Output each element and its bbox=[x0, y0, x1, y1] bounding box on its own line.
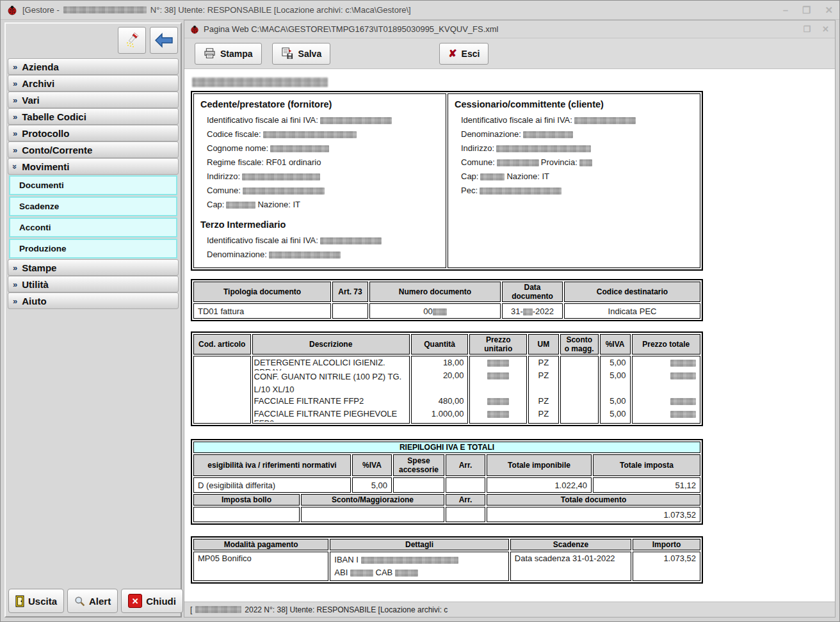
invoice-filename-redacted bbox=[192, 77, 328, 87]
magnifier-icon bbox=[74, 596, 85, 607]
redacted-value bbox=[320, 117, 392, 124]
summary-header-arr2: Arr. bbox=[446, 494, 485, 506]
customer-section: Cessionario/committente (cliente) Identi… bbox=[448, 93, 700, 268]
redacted-value bbox=[361, 557, 458, 564]
salva-button[interactable]: Salva bbox=[272, 43, 331, 65]
sidebar-item-tabelle-codici[interactable]: »Tabelle Codici bbox=[8, 108, 179, 125]
salva-label: Salva bbox=[298, 49, 322, 59]
sidebar-item-azienda[interactable]: »Azienda bbox=[8, 58, 179, 75]
sidebar-item-vari[interactable]: »Vari bbox=[8, 92, 179, 108]
doc-header-tipologia: Tipologia documento bbox=[193, 282, 331, 302]
item-iva: 5,00 bbox=[604, 358, 626, 371]
chevron-right-icon: » bbox=[13, 63, 17, 71]
doc-header-art73: Art. 73 bbox=[332, 282, 368, 302]
redacted-value bbox=[670, 398, 696, 405]
flashlight-button[interactable] bbox=[118, 27, 146, 54]
items-header-prezzo-totale: Prezzo totale bbox=[632, 334, 700, 355]
sidebar-item-label: Conto/Corrente bbox=[22, 145, 92, 156]
sidebar-subitem-label: Acconti bbox=[19, 223, 51, 232]
stampa-label: Stampa bbox=[220, 49, 253, 59]
items-header-cod: Cod. articolo bbox=[193, 334, 251, 355]
sidebar-item-label: Tabelle Codici bbox=[22, 111, 86, 122]
sidebar-item-utilita[interactable]: »Utilità bbox=[8, 276, 179, 292]
inner-close-button[interactable]: ✕ bbox=[822, 24, 829, 34]
app-title: [Gestore - N°: 38] Utente: RESPONSABILE … bbox=[22, 5, 411, 15]
items-header-um: UM bbox=[528, 334, 559, 355]
sidebar-item-aiuto[interactable]: »Aiuto bbox=[8, 292, 179, 309]
sidebar-subitem-produzione[interactable]: Produzione bbox=[9, 239, 177, 259]
item-iva: 5,00 bbox=[604, 371, 626, 396]
chevron-down-icon: » bbox=[11, 164, 19, 168]
statusbar-bracket: [ bbox=[190, 605, 192, 614]
stampa-button[interactable]: Stampa bbox=[195, 43, 262, 65]
items-col-cod bbox=[193, 356, 251, 424]
summary-cell-esigibilita: D (esigibilità differita) bbox=[193, 477, 351, 493]
doc-cell-art73 bbox=[332, 303, 368, 319]
back-arrow-icon bbox=[154, 33, 174, 48]
uscita-button[interactable]: Uscita bbox=[8, 589, 64, 613]
chevron-right-icon: » bbox=[13, 113, 17, 121]
doc-header-data: Data documento bbox=[502, 282, 563, 302]
items-col-descrizione: DETERGENTE ALCOLICI IGIENIZ. SPRAY CONF.… bbox=[252, 356, 410, 424]
summary-cell-imponibile: 1.022,40 bbox=[487, 477, 592, 493]
sidebar-item-conto-corrente[interactable]: »Conto/Corrente bbox=[8, 141, 179, 158]
sidebar-toolbar bbox=[6, 24, 181, 56]
summary-cell-bollo bbox=[193, 507, 300, 522]
redacted-value bbox=[574, 117, 636, 124]
ladybug-icon bbox=[190, 25, 199, 34]
sidebar-subitem-acconti[interactable]: Acconti bbox=[9, 218, 177, 237]
inner-maximize-button[interactable]: ❒ bbox=[803, 24, 811, 34]
sidebar-item-movimenti[interactable]: »Movimenti bbox=[8, 158, 179, 175]
payment-cell-modalita: MP05 Bonifico bbox=[193, 552, 328, 581]
sidebar-item-stampe[interactable]: »Stampe bbox=[8, 259, 179, 276]
payment-table: Modalità pagamento Dettagli Scadenze Imp… bbox=[191, 536, 703, 584]
sidebar-subitem-scadenze[interactable]: Scadenze bbox=[9, 196, 177, 216]
alert-button[interactable]: Alert bbox=[67, 589, 118, 613]
chevron-right-icon: » bbox=[13, 297, 17, 305]
x-icon: ✘ bbox=[448, 49, 456, 59]
sidebar-item-protocollo[interactable]: »Protocollo bbox=[8, 125, 179, 141]
chevron-right-icon: » bbox=[13, 79, 17, 88]
redacted-value bbox=[320, 237, 382, 244]
redacted-value bbox=[395, 570, 418, 577]
sidebar-subitem-documenti[interactable]: Documenti bbox=[9, 175, 177, 195]
chevron-right-icon: » bbox=[13, 280, 17, 289]
printer-icon bbox=[204, 48, 216, 59]
redacted-value bbox=[670, 411, 696, 418]
redacted-value bbox=[242, 173, 320, 180]
invoice-content: Cedente/prestatore (fornitore) Identific… bbox=[184, 69, 835, 602]
items-col-iva: 5,00 5,00 5,00 5,00 bbox=[600, 356, 631, 424]
redacted-value bbox=[496, 145, 591, 152]
doc-cell-codice: Indicata PEC bbox=[564, 303, 700, 319]
redacted-value bbox=[487, 360, 509, 367]
close-button[interactable]: ✕ bbox=[825, 4, 833, 16]
items-col-um: PZ PZ PZ PZ bbox=[528, 356, 559, 424]
chiudi-label: Chiudi bbox=[146, 596, 176, 607]
sidebar-item-archivi[interactable]: »Archivi bbox=[8, 75, 179, 92]
redacted-value bbox=[269, 251, 341, 259]
maximize-button[interactable]: ❒ bbox=[802, 4, 811, 16]
summary-cell-iva: 5,00 bbox=[352, 477, 392, 493]
doc-cell-data: 31--2022 bbox=[502, 303, 563, 319]
doc-header-numero: Numero documento bbox=[369, 282, 501, 302]
payment-header-dettagli: Dettagli bbox=[330, 539, 508, 550]
payment-cell-scadenze: Data scadenza 31-01-2022 bbox=[510, 552, 631, 581]
redacted-company bbox=[63, 6, 147, 13]
redacted-value bbox=[480, 187, 561, 195]
summary-title: RIEPILOGHI IVA E TOTALI bbox=[193, 442, 700, 453]
item-um: PZ bbox=[533, 396, 554, 409]
chiudi-button[interactable]: ✕ Chiudi bbox=[121, 589, 183, 613]
sidebar-item-label: Vari bbox=[22, 95, 40, 106]
summary-cell-arr2 bbox=[446, 507, 485, 522]
summary-cell-totale-documento: 1.073,52 bbox=[487, 507, 700, 522]
minimize-button[interactable]: – bbox=[783, 4, 788, 16]
back-button[interactable] bbox=[150, 27, 178, 54]
esci-button[interactable]: ✘ Esci bbox=[439, 43, 489, 65]
redacted-value bbox=[670, 360, 696, 367]
item-um: PZ bbox=[533, 409, 554, 422]
sidebar: »Azienda »Archivi »Vari »Tabelle Codici … bbox=[4, 22, 182, 618]
items-header-prezzo-unitario: Prezzo unitario bbox=[469, 334, 527, 355]
items-col-prezzo-totale bbox=[632, 356, 700, 424]
summary-header-spese: Spese accessorie bbox=[393, 454, 444, 476]
redacted-value bbox=[433, 308, 447, 315]
